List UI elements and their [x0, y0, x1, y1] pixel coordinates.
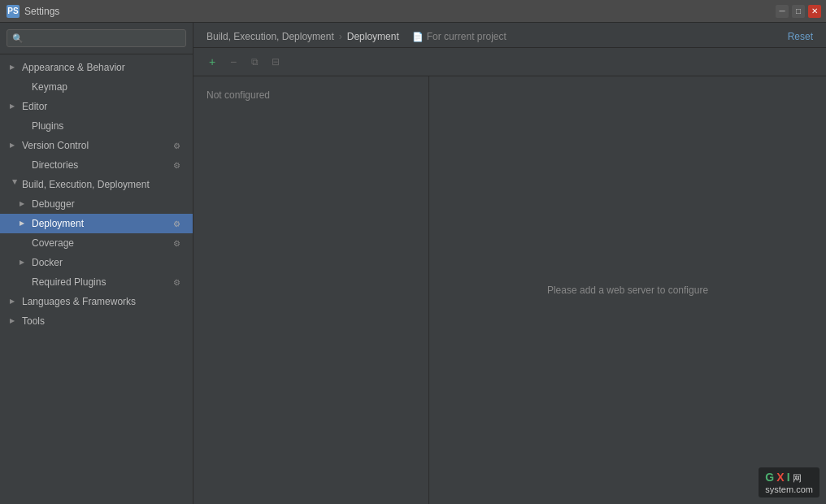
- main-container: 🔍 ▶ Appearance & Behavior ▶ Keymap ▶ Edi…: [0, 23, 826, 504]
- sidebar-item-label: Docker: [32, 255, 186, 270]
- sidebar-item-label: Version Control: [22, 138, 173, 153]
- content-header: Build, Execution, Deployment › Deploymen…: [193, 23, 826, 48]
- sidebar-item-deployment[interactable]: ▶ Deployment ⚙: [0, 214, 193, 233]
- header-left: Build, Execution, Deployment › Deploymen…: [206, 31, 506, 42]
- project-icon: 📄: [412, 32, 424, 42]
- settings-icon: ⚙: [173, 140, 186, 152]
- minimize-button[interactable]: ─: [776, 5, 789, 18]
- window-controls: ─ □ ✕: [776, 5, 821, 18]
- watermark-g: G: [765, 471, 774, 484]
- not-configured-text: Not configured: [206, 89, 270, 101]
- arrow-icon: ▶: [10, 63, 20, 72]
- sidebar-item-label: Tools: [22, 314, 186, 328]
- sidebar-item-build-execution[interactable]: ▶ Build, Execution, Deployment: [0, 175, 193, 194]
- sidebar-item-required-plugins[interactable]: ▶ Required Plugins ⚙: [0, 272, 193, 292]
- breadcrumb-current: Deployment: [347, 31, 399, 42]
- watermark: G X I 网 system.com: [759, 467, 819, 497]
- watermark-domain: system.com: [765, 484, 813, 494]
- project-label: For current project: [427, 31, 506, 42]
- search-wrapper: 🔍: [7, 29, 186, 47]
- sidebar-item-appearance-behavior[interactable]: ▶ Appearance & Behavior: [0, 58, 193, 77]
- sidebar-item-label: Keymap: [32, 80, 186, 94]
- sidebar-item-label: Deployment: [32, 216, 173, 231]
- sidebar-item-label: Editor: [22, 99, 186, 114]
- sidebar-item-keymap[interactable]: ▶ Keymap: [0, 77, 193, 97]
- add-button[interactable]: +: [203, 53, 221, 71]
- sidebar-item-label: Debugger: [32, 197, 186, 211]
- arrow-icon: ▶: [10, 102, 20, 111]
- configure-message: Please add a web server to configure: [547, 285, 708, 296]
- arrow-icon: ▶: [10, 180, 20, 189]
- sidebar-item-docker[interactable]: ▶ Docker: [0, 253, 193, 272]
- arrow-icon: ▶: [10, 297, 20, 306]
- right-panel: Please add a web server to configure: [429, 76, 826, 504]
- watermark-site: 网: [793, 473, 802, 483]
- sidebar-item-label: Plugins: [32, 119, 186, 133]
- nav-tree: ▶ Appearance & Behavior ▶ Keymap ▶ Edito…: [0, 54, 193, 334]
- arrow-icon: ▶: [20, 199, 29, 209]
- remove-button[interactable]: −: [224, 53, 242, 71]
- arrow-icon: ▶: [20, 258, 29, 267]
- sidebar-item-label: Appearance & Behavior: [22, 60, 186, 75]
- copy-button[interactable]: ⧉: [246, 53, 263, 71]
- project-scope: 📄 For current project: [412, 31, 506, 42]
- watermark-x: X: [776, 471, 784, 484]
- toolbar: + − ⧉ ⊟: [193, 48, 826, 76]
- sidebar-item-editor[interactable]: ▶ Editor: [0, 97, 193, 116]
- sidebar-item-debugger[interactable]: ▶ Debugger: [0, 194, 193, 214]
- settings-icon: ⚙: [173, 237, 186, 250]
- sidebar: 🔍 ▶ Appearance & Behavior ▶ Keymap ▶ Edi…: [0, 23, 193, 504]
- close-button[interactable]: ✕: [808, 5, 821, 18]
- search-bar: 🔍: [0, 23, 193, 54]
- move-button[interactable]: ⊟: [267, 53, 285, 71]
- sidebar-item-label: Build, Execution, Deployment: [22, 177, 186, 192]
- arrow-icon: ▶: [10, 141, 20, 150]
- left-panel: Not configured: [193, 76, 429, 504]
- content-body: Not configured Please add a web server t…: [193, 76, 826, 504]
- sidebar-item-label: Languages & Frameworks: [22, 294, 186, 309]
- arrow-icon: ▶: [20, 219, 29, 228]
- sidebar-item-directories[interactable]: ▶ Directories ⚙: [0, 155, 193, 175]
- breadcrumb-separator: ›: [339, 31, 342, 42]
- sidebar-item-tools[interactable]: ▶ Tools: [0, 311, 193, 331]
- reset-button[interactable]: Reset: [788, 31, 813, 42]
- settings-icon: ⚙: [173, 159, 186, 172]
- content-area: Build, Execution, Deployment › Deploymen…: [193, 23, 826, 504]
- sidebar-item-version-control[interactable]: ▶ Version Control ⚙: [0, 136, 193, 155]
- title-bar: PS Settings ─ □ ✕: [0, 0, 826, 23]
- sidebar-item-label: Required Plugins: [32, 275, 173, 289]
- sidebar-item-plugins[interactable]: ▶ Plugins: [0, 116, 193, 136]
- maximize-button[interactable]: □: [792, 5, 805, 18]
- search-input[interactable]: [28, 33, 180, 44]
- sidebar-item-label: Directories: [32, 158, 173, 172]
- breadcrumb-parent: Build, Execution, Deployment: [206, 31, 334, 42]
- arrow-icon: ▶: [10, 316, 20, 326]
- app-icon: PS: [7, 5, 20, 18]
- sidebar-item-label: Coverage: [32, 236, 173, 250]
- watermark-i: I: [787, 471, 790, 484]
- sidebar-item-languages-frameworks[interactable]: ▶ Languages & Frameworks: [0, 292, 193, 311]
- settings-icon: ⚙: [173, 276, 186, 289]
- window-title: Settings: [24, 6, 59, 17]
- sidebar-item-coverage[interactable]: ▶ Coverage ⚙: [0, 233, 193, 253]
- breadcrumb: Build, Execution, Deployment › Deploymen…: [206, 31, 399, 42]
- search-icon: 🔍: [12, 33, 24, 44]
- deployment-icon: ⚙: [173, 218, 186, 230]
